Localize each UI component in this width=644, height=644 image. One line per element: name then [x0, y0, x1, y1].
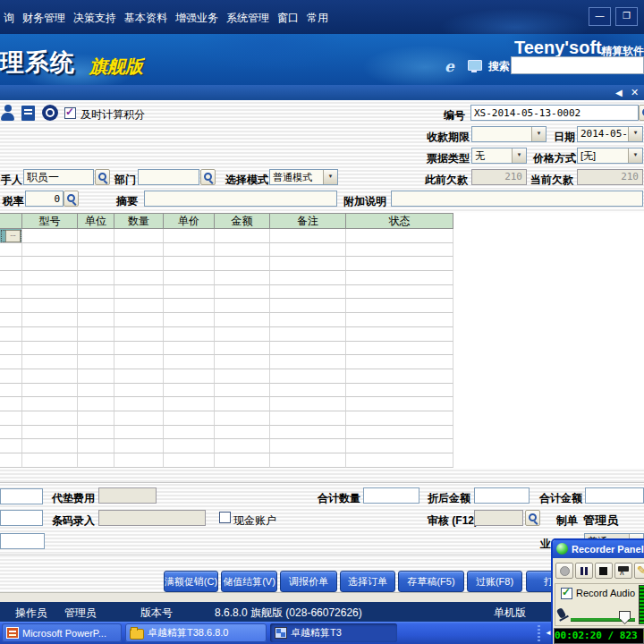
- table-cell[interactable]: [114, 355, 164, 369]
- table-cell[interactable]: [78, 285, 114, 300]
- table-cell[interactable]: [346, 439, 453, 453]
- dropdown-arrow-icon[interactable]: [531, 127, 546, 141]
- table-cell[interactable]: [114, 229, 164, 243]
- table-cell[interactable]: [164, 327, 215, 342]
- table-cell[interactable]: [270, 426, 346, 440]
- taskbar-button-2[interactable]: 卓越精算T38.6.8.0: [125, 623, 267, 642]
- table-cell[interactable]: [78, 243, 114, 258]
- document-icon[interactable]: [21, 106, 35, 121]
- handler-input[interactable]: [23, 169, 94, 185]
- table-cell[interactable]: [22, 327, 78, 342]
- table-cell[interactable]: [78, 229, 114, 243]
- table-cell[interactable]: [78, 369, 114, 384]
- table-row[interactable]: [0, 271, 453, 285]
- capture-button[interactable]: [614, 563, 632, 579]
- order-no-search-icon[interactable]: [639, 105, 644, 121]
- table-cell[interactable]: [22, 285, 78, 300]
- table-cell[interactable]: [114, 397, 164, 411]
- table-cell[interactable]: [270, 285, 346, 300]
- table-row[interactable]: [0, 384, 453, 398]
- table-cell[interactable]: [22, 384, 78, 398]
- cash-account-checkbox[interactable]: [219, 512, 231, 523]
- table-cell[interactable]: [0, 327, 22, 342]
- table-cell[interactable]: [346, 397, 453, 411]
- table-cell[interactable]: [114, 453, 164, 468]
- menu-item-7[interactable]: 窗口: [277, 11, 299, 26]
- table-cell[interactable]: [346, 271, 453, 285]
- table-cell[interactable]: [78, 313, 114, 327]
- recorder-title-bar[interactable]: Recorder Panel: [553, 540, 644, 558]
- table-cell[interactable]: [78, 299, 114, 313]
- table-cell[interactable]: [215, 229, 270, 243]
- menu-item-4[interactable]: 基本资料: [124, 11, 167, 26]
- table-row[interactable]: [0, 397, 453, 411]
- menu-item-5[interactable]: 增强业务: [175, 11, 218, 26]
- dropdown-arrow-icon[interactable]: [628, 148, 642, 163]
- table-cell[interactable]: [22, 243, 78, 258]
- column-header[interactable]: 状态: [346, 214, 453, 229]
- table-cell[interactable]: [215, 257, 270, 271]
- table-cell[interactable]: [164, 342, 215, 356]
- table-cell[interactable]: [164, 355, 215, 369]
- discounted-amount-input[interactable]: [474, 487, 530, 504]
- table-cell[interactable]: [346, 243, 453, 258]
- table-cell[interactable]: [114, 327, 164, 342]
- table-cell[interactable]: [215, 384, 270, 398]
- table-cell[interactable]: [346, 355, 453, 369]
- table-cell[interactable]: [164, 243, 215, 258]
- table-cell[interactable]: [270, 229, 346, 243]
- table-cell[interactable]: [22, 397, 78, 411]
- taskbar-button-1[interactable]: Microsoft PowerP...: [2, 623, 122, 642]
- table-cell[interactable]: [164, 411, 215, 426]
- audit-search-icon[interactable]: [525, 510, 540, 526]
- table-cell[interactable]: [270, 327, 346, 342]
- table-cell[interactable]: [270, 299, 346, 313]
- table-row[interactable]: [0, 453, 453, 468]
- table-row[interactable]: [0, 355, 453, 369]
- table-cell[interactable]: [0, 411, 22, 426]
- table-cell[interactable]: [114, 285, 164, 300]
- table-cell[interactable]: [114, 426, 164, 440]
- menu-item-8[interactable]: 常用: [307, 11, 328, 26]
- table-cell[interactable]: [114, 342, 164, 356]
- table-cell[interactable]: [114, 313, 164, 327]
- table-cell[interactable]: [270, 342, 346, 356]
- table-cell[interactable]: [114, 411, 164, 426]
- table-row[interactable]: [0, 285, 453, 300]
- menu-item-2[interactable]: 财务管理: [22, 11, 65, 26]
- points-checkbox[interactable]: [64, 107, 76, 119]
- maximize-button[interactable]: ❐: [615, 7, 638, 26]
- table-cell[interactable]: [78, 397, 114, 411]
- table-cell[interactable]: [164, 453, 215, 468]
- table-cell[interactable]: [22, 369, 78, 384]
- table-cell[interactable]: [164, 439, 215, 453]
- table-cell[interactable]: [164, 397, 215, 411]
- table-cell[interactable]: [0, 342, 22, 356]
- table-cell[interactable]: [78, 355, 114, 369]
- table-cell[interactable]: [22, 257, 78, 271]
- table-cell[interactable]: [270, 384, 346, 398]
- table-cell[interactable]: [215, 299, 270, 313]
- table-cell[interactable]: [215, 453, 270, 468]
- summary-input[interactable]: [144, 191, 337, 207]
- table-cell[interactable]: [215, 355, 270, 369]
- handler-search-icon[interactable]: [95, 169, 110, 185]
- table-cell[interactable]: [22, 439, 78, 453]
- table-cell[interactable]: [114, 439, 164, 453]
- select-mode-select[interactable]: 普通模式: [269, 169, 338, 185]
- total-qty-input[interactable]: [363, 487, 419, 504]
- table-cell[interactable]: [215, 342, 270, 356]
- total-amount-input[interactable]: [585, 487, 644, 504]
- search-input[interactable]: [511, 56, 644, 74]
- table-cell[interactable]: [270, 355, 346, 369]
- table-cell[interactable]: [78, 384, 114, 398]
- table-cell[interactable]: [164, 229, 215, 243]
- footer-input-1[interactable]: [0, 488, 43, 504]
- table-row[interactable]: [0, 411, 453, 426]
- table-cell[interactable]: [0, 355, 22, 369]
- table-cell[interactable]: [346, 426, 453, 440]
- table-cell[interactable]: [0, 285, 22, 300]
- table-cell[interactable]: [346, 327, 453, 342]
- mdi-close-icon[interactable]: ✕: [631, 87, 639, 98]
- table-row[interactable]: ...: [0, 229, 453, 243]
